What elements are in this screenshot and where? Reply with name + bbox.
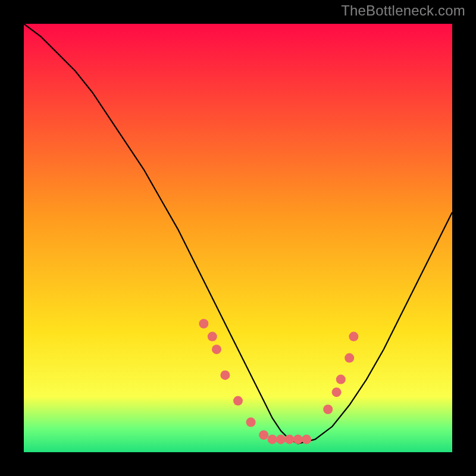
- highlight-point: [212, 345, 221, 354]
- highlight-point: [208, 332, 217, 342]
- highlight-point: [220, 370, 230, 380]
- watermark: TheBottleneck.com: [341, 2, 465, 19]
- highlight-point: [276, 434, 286, 444]
- highlight-point: [284, 434, 294, 444]
- highlight-point: [233, 396, 243, 406]
- highlight-point: [336, 375, 346, 384]
- highlight-point: [259, 430, 268, 440]
- highlight-point: [345, 353, 354, 363]
- highlight-point: [332, 387, 342, 397]
- highlight-point: [349, 332, 358, 342]
- highlight-point: [302, 434, 311, 444]
- highlight-point: [246, 418, 256, 427]
- highlight-point: [323, 405, 333, 414]
- plot-area: [24, 24, 452, 452]
- chart-background: [24, 24, 452, 452]
- highlight-point: [199, 319, 208, 328]
- chart-frame: TheBottleneck.com: [0, 0, 476, 476]
- highlight-point: [293, 434, 303, 444]
- highlight-point: [268, 434, 277, 444]
- chart-svg: [24, 24, 452, 452]
